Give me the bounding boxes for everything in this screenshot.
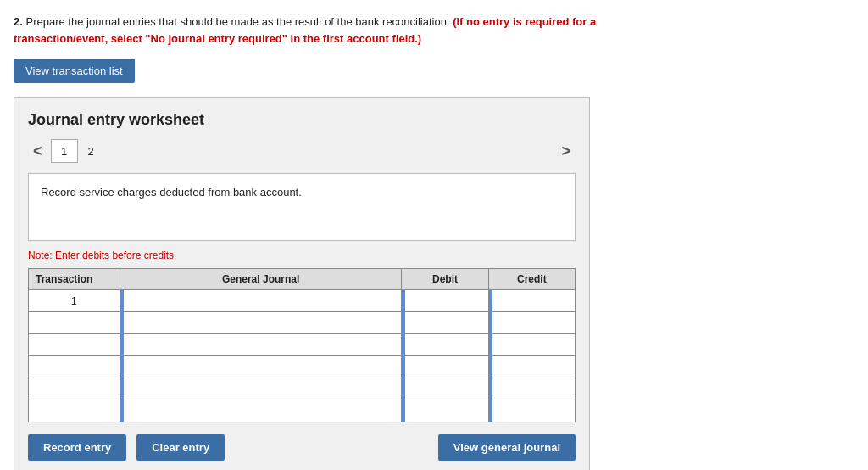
table-row — [29, 356, 576, 378]
current-page-box: 1 — [51, 139, 78, 163]
transaction-description: Record service charges deducted from ban… — [28, 173, 576, 241]
table-row — [29, 400, 576, 422]
col-header-general-journal: General Journal — [120, 269, 402, 290]
general-journal-cell[interactable] — [120, 290, 402, 312]
table-row: 1 — [29, 290, 576, 312]
clear-entry-button[interactable]: Clear entry — [136, 434, 225, 461]
instruction-text: 2. Prepare the journal entries that shou… — [14, 14, 607, 47]
general-journal-input[interactable] — [124, 406, 398, 417]
general-journal-cell[interactable] — [120, 334, 402, 356]
debit-input[interactable] — [405, 361, 484, 373]
credit-cell[interactable] — [488, 290, 575, 312]
debit-cell[interactable] — [402, 400, 488, 422]
transaction-cell — [29, 312, 120, 334]
record-entry-button[interactable]: Record entry — [28, 434, 126, 461]
journal-entry-worksheet: Journal entry worksheet < 1 2 > Record s… — [14, 97, 590, 470]
general-journal-cell[interactable] — [120, 312, 402, 334]
debit-cell[interactable] — [402, 290, 488, 312]
table-row — [29, 312, 576, 334]
transaction-cell — [29, 356, 120, 378]
transaction-cell — [29, 334, 120, 356]
view-transaction-list-button[interactable]: View transaction list — [14, 59, 135, 83]
page-2-label: 2 — [88, 145, 94, 158]
worksheet-title: Journal entry worksheet — [28, 111, 576, 129]
debit-cell[interactable] — [402, 356, 488, 378]
page-navigation: < 1 2 > — [28, 139, 576, 163]
credit-input[interactable] — [492, 361, 571, 373]
debit-credit-note: Note: Enter debits before credits. — [28, 249, 576, 261]
credit-cell[interactable] — [488, 356, 575, 378]
debit-input[interactable] — [405, 317, 484, 329]
transaction-cell — [29, 378, 120, 400]
general-journal-input[interactable] — [124, 295, 398, 307]
general-journal-cell[interactable] — [120, 378, 402, 400]
general-journal-input[interactable] — [124, 317, 398, 329]
debit-input[interactable] — [405, 383, 484, 395]
general-journal-input[interactable] — [124, 361, 398, 373]
debit-cell[interactable] — [402, 378, 488, 400]
general-journal-input[interactable] — [124, 383, 398, 395]
action-buttons-row: Record entry Clear entry View general jo… — [28, 434, 576, 461]
col-header-debit: Debit — [402, 269, 488, 290]
debit-cell[interactable] — [402, 312, 488, 334]
credit-cell[interactable] — [488, 334, 575, 356]
general-journal-cell[interactable] — [120, 356, 402, 378]
transaction-cell — [29, 400, 120, 422]
credit-input[interactable] — [492, 339, 571, 351]
col-header-transaction: Transaction — [29, 269, 120, 290]
credit-input[interactable] — [492, 295, 571, 307]
table-row — [29, 378, 576, 400]
credit-input[interactable] — [492, 317, 571, 329]
debit-input[interactable] — [405, 406, 484, 417]
credit-input[interactable] — [492, 383, 571, 395]
transaction-cell: 1 — [29, 290, 120, 312]
credit-cell[interactable] — [488, 400, 575, 422]
prev-page-button[interactable]: < — [28, 141, 47, 162]
debit-input[interactable] — [405, 339, 484, 351]
credit-cell[interactable] — [488, 378, 575, 400]
credit-input[interactable] — [492, 406, 571, 417]
col-header-credit: Credit — [488, 269, 575, 290]
general-journal-cell[interactable] — [120, 400, 402, 422]
view-general-journal-button[interactable]: View general journal — [438, 434, 576, 461]
journal-table: Transaction General Journal Debit Credit… — [28, 268, 576, 422]
general-journal-input[interactable] — [124, 339, 398, 351]
debit-input[interactable] — [405, 295, 484, 307]
credit-cell[interactable] — [488, 312, 575, 334]
debit-cell[interactable] — [402, 334, 488, 356]
table-row — [29, 334, 576, 356]
next-page-button[interactable]: > — [556, 141, 576, 162]
